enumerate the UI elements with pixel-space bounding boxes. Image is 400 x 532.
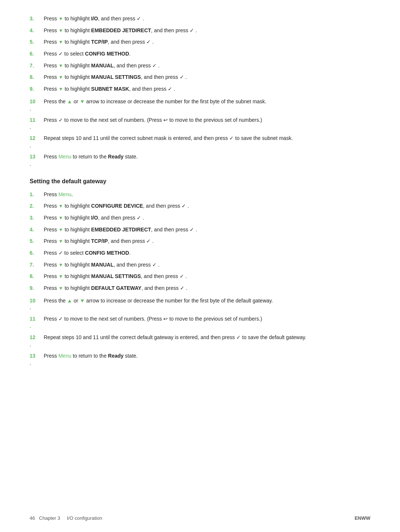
s2-step-item-4: 4. Press ▼ to highlight EMBEDDED JETDIRE… [30, 226, 370, 234]
step-content-5: Press ▼ to highlight TCP/IP, and then pr… [44, 38, 370, 46]
step-number-13: 13 [30, 153, 44, 161]
s2-step-content-11: Press ✓ to move to the next set of numbe… [44, 315, 370, 323]
s2-down-arrow-2: ▼ [59, 203, 63, 209]
step12-dot: . [30, 143, 370, 148]
s2-step-item-3: 3. Press ▼ to highlight I/O, and then pr… [30, 214, 370, 222]
step-item-8: 8. Press ▼ to highlight MANUAL SETTINGS,… [30, 73, 370, 81]
s2-step-content-10: Press the ▲ or ▼ arrow to increase or de… [44, 297, 370, 305]
dot-mark-10: . [30, 106, 44, 112]
s2-step-item-9: 9. Press ▼ to highlight DEFAULT GATEWAY,… [30, 284, 370, 292]
step-number-9: 9. [30, 85, 44, 93]
s2-step-content-8: Press ▼ to highlight MANUAL SETTINGS, an… [44, 272, 370, 281]
dot-mark-12: . [30, 143, 44, 148]
s2-step-item-12: 12 Repeat steps 10 and 11 until the corr… [30, 334, 370, 342]
s2-step12-dot: . [30, 342, 370, 348]
down-arrow-4: ▼ [59, 28, 63, 33]
s2-step-content-6: Press ✓ to select CONFIG METHOD. [44, 249, 370, 257]
s2-step-number-1: 1. [30, 191, 44, 198]
step-number-6: 6. [30, 50, 44, 58]
step-content-4: Press ▼ to highlight EMBEDDED JETDIRECT,… [44, 27, 370, 35]
s2-step-item-1: 1. Press Menu. [30, 191, 370, 199]
step-item-10: 10 Press the ▲ or ▼ arrow to increase or… [30, 98, 370, 106]
step-number-4: 4. [30, 27, 44, 34]
step-number-5: 5. [30, 38, 44, 46]
s2-step-number-2: 2. [30, 202, 44, 210]
s2-step-number-5: 5. [30, 237, 44, 245]
s2-step-number-13: 13 [30, 352, 44, 360]
step11-dot: . [30, 124, 370, 130]
step-number-11: 11 [30, 116, 44, 124]
step-number-12: 12 [30, 134, 44, 142]
step-item-11: 11 Press ✓ to move to the next set of nu… [30, 116, 370, 124]
step-item-4: 4. Press ▼ to highlight EMBEDDED JETDIRE… [30, 27, 370, 35]
step-item-12: 12 Repeat steps 10 and 11 until the corr… [30, 134, 370, 143]
step10-pair: 10 Press the ▲ or ▼ arrow to increase or… [30, 98, 370, 112]
step-content-6: Press ✓ to select CONFIG METHOD. [44, 50, 370, 58]
s2-menu-link-13[interactable]: Menu [59, 353, 71, 359]
s2-down-arrow-4: ▼ [59, 227, 63, 232]
step-item-3: 3. Press ▼ to highlight I/O, and then pr… [30, 15, 370, 23]
s2-step11-pair: 11 Press ✓ to move to the next set of nu… [30, 315, 370, 329]
s2-step-item-10: 10 Press the ▲ or ▼ arrow to increase or… [30, 297, 370, 305]
section2-heading: Setting the default gateway [30, 178, 370, 185]
s2-step-item-8: 8. Press ▼ to highlight MANUAL SETTINGS,… [30, 272, 370, 281]
s2-down-arrow-8: ▼ [59, 274, 63, 279]
s2-step-item-6: 6. Press ✓ to select CONFIG METHOD. [30, 249, 370, 257]
s2-step-item-13: 13 Press Menu to return to the Ready sta… [30, 352, 370, 360]
s2-step10-pair: 10 Press the ▲ or ▼ arrow to increase or… [30, 297, 370, 311]
s2-step-content-2: Press ▼ to highlight CONFIGURE DEVICE, a… [44, 202, 370, 210]
down-arrow-9: ▼ [59, 86, 63, 92]
s2-step-number-3: 3. [30, 214, 44, 222]
step-content-8: Press ▼ to highlight MANUAL SETTINGS, an… [44, 73, 370, 81]
s2-step-content-9: Press ▼ to highlight DEFAULT GATEWAY, an… [44, 284, 370, 292]
step-item-13: 13 Press Menu to return to the Ready sta… [30, 153, 370, 161]
s2-dot-mark-13: . [30, 360, 44, 366]
step-content-7: Press ▼ to highlight MANUAL, and then pr… [44, 62, 370, 70]
step-content-10: Press the ▲ or ▼ arrow to increase or de… [44, 98, 370, 106]
s2-step13-pair: 13 Press Menu to return to the Ready sta… [30, 352, 370, 366]
step10-dot: . [30, 106, 370, 112]
step13-pair: 13 Press Menu to return to the Ready sta… [30, 153, 370, 167]
s2-step-number-6: 6. [30, 249, 44, 257]
s2-dot-mark-10: . [30, 305, 44, 311]
footer-left: 46 Chapter 3 I/O configuration [30, 515, 102, 521]
s2-down-arrow-9: ▼ [59, 285, 63, 291]
s2-step-item-2: 2. Press ▼ to highlight CONFIGURE DEVICE… [30, 202, 370, 210]
s2-step-item-5: 5. Press ▼ to highlight TCP/IP, and then… [30, 237, 370, 245]
s2-step-number-11: 11 [30, 315, 44, 323]
page-container: 3. Press ▼ to highlight I/O, and then pr… [0, 0, 400, 532]
down-arrow-7: ▼ [59, 63, 63, 68]
s2-step-number-12: 12 [30, 334, 44, 341]
s2-down-arrow-7: ▼ [59, 262, 63, 268]
step-content-9: Press ▼ to highlight SUBNET MASK, and th… [44, 85, 370, 93]
section1-steps: 3. Press ▼ to highlight I/O, and then pr… [30, 15, 370, 93]
s2-step13-dot: . [30, 360, 370, 366]
step-content-12: Repeat steps 10 and 11 until the correct… [44, 134, 370, 143]
s2-step-number-10: 10 [30, 297, 44, 305]
s2-step-content-3: Press ▼ to highlight I/O, and then press… [44, 214, 370, 222]
footer-chapter-title: I/O configuration [67, 515, 102, 521]
s2-step-content-5: Press ▼ to highlight TCP/IP, and then pr… [44, 237, 370, 245]
step-content-3: Press ▼ to highlight I/O, and then press… [44, 15, 370, 23]
s2-step-number-4: 4. [30, 226, 44, 234]
s2-step-item-7: 7. Press ▼ to highlight MANUAL, and then… [30, 261, 370, 269]
s2-step-content-4: Press ▼ to highlight EMBEDDED JETDIRECT,… [44, 226, 370, 234]
step-number-3: 3. [30, 15, 44, 23]
step11-pair: 11 Press ✓ to move to the next set of nu… [30, 116, 370, 130]
step-number-7: 7. [30, 62, 44, 70]
s2-step-content-13: Press Menu to return to the Ready state. [44, 352, 370, 360]
step-item-5: 5. Press ▼ to highlight TCP/IP, and then… [30, 38, 370, 46]
menu-link-13[interactable]: Menu [59, 154, 71, 160]
s2-menu-link-1[interactable]: Menu [59, 191, 71, 197]
step-content-11: Press ✓ to move to the next set of numbe… [44, 116, 370, 124]
down-arrow-5: ▼ [59, 39, 63, 45]
s2-down-arrow-5: ▼ [59, 238, 63, 244]
page-footer: 46 Chapter 3 I/O configuration ENWW [30, 515, 370, 521]
step-item-7: 7. Press ▼ to highlight MANUAL, and then… [30, 62, 370, 70]
footer-chapter-label: Chapter 3 [39, 515, 60, 521]
section2-steps: 1. Press Menu. 2. Press ▼ to highlight C… [30, 191, 370, 292]
step-item-9: 9. Press ▼ to highlight SUBNET MASK, and… [30, 85, 370, 93]
down-arrow-3: ▼ [59, 16, 63, 21]
s2-step12-pair: 12 Repeat steps 10 and 11 until the corr… [30, 334, 370, 348]
s2-down-arrow-3: ▼ [59, 215, 63, 221]
